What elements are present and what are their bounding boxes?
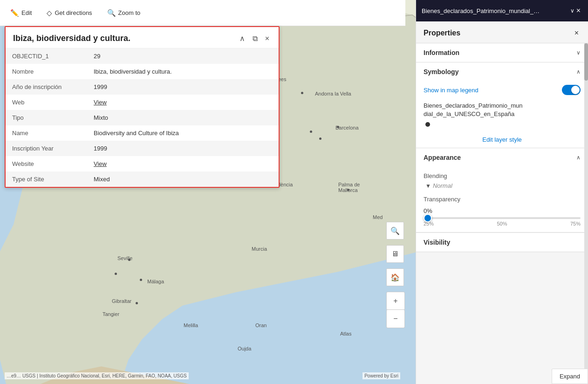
table-row: Nombre Ibiza, biodiversidad y cultura.	[6, 64, 279, 79]
transparency-label: Transparency	[424, 196, 581, 203]
toolbar: ✏️ Edit ◇ Get directions 🔍 Zoom to	[0, 0, 405, 26]
properties-close-button[interactable]: ×	[573, 28, 581, 38]
table-row: Website View	[6, 156, 279, 171]
transparency-pct: 0%	[424, 207, 581, 214]
transparency-slider-track	[424, 217, 581, 219]
blending-value-row: ▼ Normal	[425, 182, 581, 189]
zoom-button[interactable]: 🔍 Zoom to	[104, 7, 144, 19]
show-legend-label: Show in map legend	[424, 87, 479, 94]
table-row: Type of Site Mixed	[6, 171, 279, 187]
slider-labels: 25% 50% 75%	[424, 221, 581, 226]
symbology-collapse-icon: ∧	[576, 69, 581, 75]
layer-legend-block: Bienes_declarados_Patrimonio_mun dial_de…	[416, 99, 588, 131]
information-section: Information ∨	[416, 43, 588, 62]
popup-title: Ibiza, biodiversidad y cultura.	[13, 34, 130, 43]
popup-table: OBJECTID_1 29 Nombre Ibiza, biodiversida…	[6, 48, 279, 187]
field-value: Mixed	[87, 171, 279, 187]
table-row: Año de inscripción 1999	[6, 79, 279, 95]
field-value-link[interactable]: View	[87, 95, 279, 110]
blending-dropdown-icon: ▼	[425, 183, 431, 189]
scrollbar-thumb[interactable]	[584, 43, 588, 81]
appearance-body: Blending ▼ Normal Transparency 0% 25% 50…	[416, 167, 588, 232]
zoom-out-button[interactable]: −	[387, 310, 404, 328]
edit-button[interactable]: ✏️ Edit	[7, 7, 34, 19]
panel-close-button[interactable]: ×	[574, 6, 582, 16]
map-attribution: …e9… USGS | Instituto Geográfico Naciona…	[0, 372, 405, 379]
blending-label: Blending	[424, 172, 581, 179]
properties-title: Properties	[424, 29, 460, 37]
visibility-title: Visibility	[424, 239, 450, 246]
edit-layer-style-button[interactable]: Edit layer style	[482, 136, 522, 143]
field-name: Año de inscripción	[6, 79, 87, 95]
visibility-section: Visibility	[416, 233, 588, 252]
field-name: Type of Site	[6, 171, 87, 187]
field-name: Inscription Year	[6, 141, 87, 156]
field-name: Web	[6, 95, 87, 110]
popup-header: Ibiza, biodiversidad y cultura. ∧ ⧉ ×	[6, 27, 279, 48]
zoom-icon: 🔍	[107, 9, 116, 17]
home-button[interactable]: 🏠	[386, 268, 404, 286]
appearance-title: Appearance	[424, 154, 461, 161]
directions-button[interactable]: ◇ Get directions	[44, 7, 95, 19]
information-section-header[interactable]: Information ∨	[416, 43, 588, 62]
zoom-controls: + −	[386, 292, 405, 328]
attribution-left: …e9… USGS | Instituto Geográfico Naciona…	[5, 372, 189, 379]
show-legend-toggle[interactable]	[562, 85, 581, 95]
symbology-title: Symbology	[424, 68, 458, 75]
legend-dot	[425, 122, 430, 127]
properties-header: Properties ×	[416, 21, 588, 43]
search-map-button[interactable]: 🔍	[386, 222, 404, 240]
zoom-in-button[interactable]: +	[387, 292, 404, 310]
appearance-section-header[interactable]: Appearance ∧	[416, 148, 588, 167]
slider-label-50: 50%	[497, 221, 507, 226]
table-row: Tipo Mixto	[6, 110, 279, 125]
feature-popup: Ibiza, biodiversidad y cultura. ∧ ⧉ × OB…	[5, 26, 280, 188]
symbology-section-header[interactable]: Symbology ∧	[416, 62, 588, 81]
zoom-label: Zoom to	[118, 9, 141, 16]
symbology-section: Symbology ∧ Show in map legend Bienes_de…	[416, 62, 588, 148]
visibility-section-header[interactable]: Visibility	[416, 233, 588, 252]
field-name: Nombre	[6, 64, 87, 79]
map-buttons: 🔍 🖥 🏠 + −	[386, 222, 405, 328]
blending-value: Normal	[433, 182, 452, 189]
toggle-thumb	[571, 86, 580, 94]
appearance-section: Appearance ∧ Blending ▼ Normal Transpare…	[416, 148, 588, 233]
table-row: Name Biodiversity and Culture of Ibiza	[6, 125, 279, 141]
field-name: OBJECTID_1	[6, 48, 87, 64]
attribution-right: Powered by Esri	[362, 372, 400, 379]
popup-close-button[interactable]: ×	[263, 34, 271, 43]
panel-header: Bienes_declarados_Patrimonio_mundial_… ∨…	[416, 0, 588, 21]
right-panel: Bienes_declarados_Patrimonio_mundial_… ∨…	[416, 0, 588, 384]
edit-style-btn-container: Edit layer style	[416, 131, 588, 148]
directions-icon: ◇	[47, 9, 52, 17]
table-row: Inscription Year 1999	[6, 141, 279, 156]
field-value: 29	[87, 48, 279, 64]
field-name: Tipo	[6, 110, 87, 125]
slider-label-75: 75%	[570, 221, 581, 226]
field-value: Ibiza, biodiversidad y cultura.	[87, 64, 279, 79]
edit-icon: ✏️	[10, 9, 19, 17]
information-collapse-icon: ∨	[576, 49, 581, 56]
popup-collapse-button[interactable]: ∧	[238, 34, 247, 43]
edit-label: Edit	[21, 9, 32, 16]
basemap-button[interactable]: 🖥	[386, 245, 404, 263]
legend-dot-row	[424, 122, 581, 127]
table-row: Web View	[6, 95, 279, 110]
field-value: 1999	[87, 79, 279, 95]
layer-title: Bienes_declarados_Patrimonio_mundial_…	[422, 7, 568, 14]
field-name: Website	[6, 156, 87, 171]
field-value-link[interactable]: View	[87, 156, 279, 171]
table-row: OBJECTID_1 29	[6, 48, 279, 64]
expand-button[interactable]: Expand	[552, 369, 588, 384]
show-legend-row: Show in map legend	[416, 81, 588, 99]
layer-dropdown-icon[interactable]: ∨	[570, 7, 574, 14]
field-name: Name	[6, 125, 87, 141]
information-title: Information	[424, 49, 459, 56]
field-value: Biodiversity and Culture of Ibiza	[87, 125, 279, 141]
popup-dock-button[interactable]: ⧉	[251, 34, 260, 43]
field-value: 1999	[87, 141, 279, 156]
popup-controls: ∧ ⧉ ×	[238, 34, 271, 43]
field-value: Mixto	[87, 110, 279, 125]
scrollbar-track	[584, 43, 588, 384]
panel-content[interactable]: Information ∨ Symbology ∧ Show in map le…	[416, 43, 588, 384]
